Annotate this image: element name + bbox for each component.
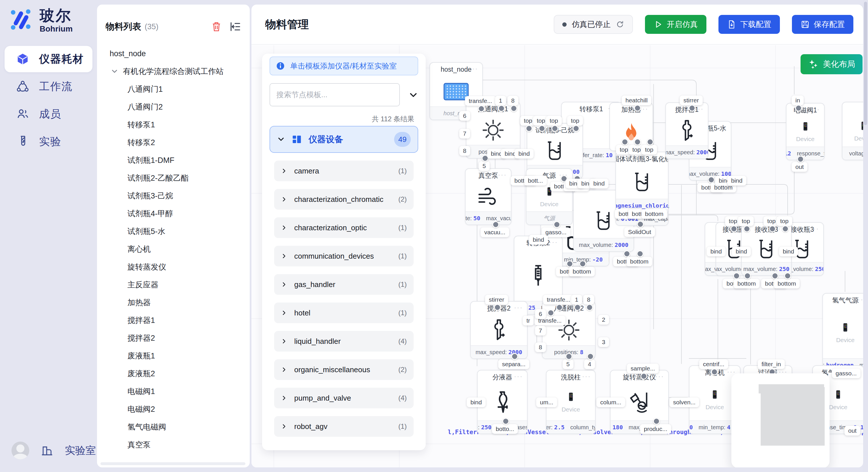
- tree-item[interactable]: 试剂瓶1-DMF: [97, 151, 250, 169]
- sidebar-item-instruments[interactable]: 仪器耗材: [5, 46, 92, 72]
- category-row-robot_agv[interactable]: robot_agv(1): [274, 416, 414, 437]
- canvas-node-搅拌器1[interactable]: 搅拌器1···max_speed: 2000: [665, 102, 708, 159]
- page-scrollbar[interactable]: [863, 0, 868, 472]
- category-row-liquid_handler[interactable]: liquid_handler(4): [274, 331, 414, 351]
- category-row-communication_devices[interactable]: communication_devices(1): [274, 246, 414, 266]
- sidebar-item-members[interactable]: 成员: [5, 101, 92, 127]
- tree-item[interactable]: 八通阀门2: [97, 98, 250, 116]
- chevron-down-icon[interactable]: [408, 90, 418, 100]
- tree-item[interactable]: 氢气电磁阀: [97, 418, 250, 436]
- horizontal-scrollbar[interactable]: [100, 462, 245, 465]
- node-menu-icon[interactable]: ···: [655, 373, 664, 380]
- port-chip: stirrer: [680, 96, 703, 105]
- port-chip: 1: [571, 295, 582, 305]
- tree-item[interactable]: 电磁阀1: [97, 382, 250, 400]
- tree-item[interactable]: 搅拌器2: [97, 329, 250, 347]
- port-chip: 7: [535, 326, 546, 336]
- tree-item[interactable]: 转移泵1: [97, 116, 250, 134]
- node-menu-icon[interactable]: ···: [855, 296, 863, 303]
- node-menu-icon[interactable]: ···: [810, 225, 819, 233]
- node-menu-icon[interactable]: ···: [514, 373, 523, 380]
- tree-item[interactable]: 转移泵2: [97, 134, 250, 151]
- port-chip: 5: [563, 359, 574, 369]
- node-menu-icon[interactable]: ···: [695, 105, 704, 113]
- tree-group-workstation[interactable]: 有机化学流程综合测试工作站: [97, 63, 250, 80]
- tree-item[interactable]: 试剂瓶4-甲醇: [97, 205, 250, 223]
- tree-item[interactable]: 电磁阀2: [97, 400, 250, 418]
- beautify-layout-button[interactable]: 美化布局: [801, 54, 863, 74]
- node-menu-icon[interactable]: ···: [514, 304, 523, 311]
- tree-item[interactable]: 真空泵: [97, 436, 250, 453]
- category-row-organic_miscellaneous[interactable]: organic_miscellaneous(2): [274, 359, 414, 380]
- node-caption: Device: [561, 406, 580, 413]
- avatar[interactable]: [11, 442, 29, 460]
- valve-icon: [481, 118, 505, 142]
- page-title: 物料管理: [265, 17, 309, 32]
- tree-item[interactable]: 旋转蒸发仪: [97, 258, 250, 276]
- sidebar-footer[interactable]: 实验室: [11, 442, 96, 460]
- node-menu-icon[interactable]: ···: [469, 65, 478, 72]
- category-label: hotel: [294, 308, 392, 317]
- canvas-node-真空泵[interactable]: 真空泵···pump_rate: 50max_vacuum: 0.1: [465, 168, 512, 225]
- node-menu-icon[interactable]: ···: [811, 106, 820, 113]
- tree-item[interactable]: 废液瓶2: [97, 365, 250, 382]
- category-row-camera[interactable]: camera(1): [274, 161, 414, 181]
- sidebar-item-workflow[interactable]: 工作流: [5, 73, 92, 100]
- category-row-characterization_optic[interactable]: characterization_optic(1): [274, 217, 414, 238]
- category-row-hotel[interactable]: hotel(1): [274, 303, 414, 323]
- category-count: (1): [398, 252, 407, 260]
- save-config-button[interactable]: 保存配置: [792, 15, 854, 34]
- tree-item[interactable]: 搅拌器1: [97, 311, 250, 329]
- canvas-node-电磁阀1[interactable]: 电磁阀1···Devicevoltage: 12response_time: 0…: [786, 103, 825, 160]
- node-menu-icon[interactable]: ···: [640, 105, 648, 113]
- node-caption: Device: [854, 135, 863, 142]
- beaker-icon: [592, 210, 615, 232]
- materials-title: 物料列表: [105, 21, 141, 33]
- materials-tree: host_node有机化学流程综合测试工作站八通阀门1八通阀门2转移泵1转移泵2…: [97, 45, 250, 453]
- chevron-right-icon: [281, 423, 287, 430]
- template-panel: 单击模板添加仪器/耗材至实验室 共 112 条结果 仪器设备 49 camera…: [262, 54, 426, 450]
- node-menu-icon[interactable]: ···: [582, 373, 591, 380]
- tree-item[interactable]: 试剂瓶5-水: [97, 223, 250, 240]
- tree-item[interactable]: 主反应器: [97, 276, 250, 294]
- simulation-status-badge[interactable]: 仿真已停止: [554, 15, 633, 34]
- category-row-pump_and_valve[interactable]: pump_and_valve(4): [274, 388, 414, 408]
- port-chip: 3: [598, 337, 609, 347]
- node-footer: 气源: [526, 211, 572, 225]
- chevron-right-icon: [281, 310, 287, 316]
- sidebar-item-experiments[interactable]: 实验: [5, 129, 92, 155]
- node-menu-icon[interactable]: ···: [549, 239, 558, 246]
- canvas-node-node[interactable]: ···Devicevoltage: 12: [842, 102, 863, 160]
- node-menu-icon[interactable]: ···: [718, 124, 727, 131]
- collapse-panel-icon[interactable]: [229, 21, 241, 32]
- search-input[interactable]: [270, 83, 400, 106]
- category-group-instruments[interactable]: 仪器设备 49: [270, 126, 418, 153]
- port-chip: bind: [732, 247, 751, 256]
- port-chip: top: [567, 116, 583, 126]
- materials-panel: 物料列表 (35) host_node有机化学流程综合测试工作站八通阀门1八通阀…: [97, 5, 250, 467]
- trash-icon[interactable]: [211, 21, 222, 32]
- category-label: organic_miscellaneous: [294, 365, 392, 374]
- download-config-button[interactable]: 下载配置: [718, 15, 780, 34]
- port-chip: 6: [535, 309, 546, 319]
- refresh-icon[interactable]: [616, 20, 624, 29]
- canvas-node-加热器[interactable]: 加热器···: [609, 102, 653, 151]
- port-chip: transfe...: [543, 295, 574, 305]
- footer-field: pump_rate: 50: [466, 215, 480, 222]
- tree-item[interactable]: 废液瓶1: [97, 347, 250, 365]
- node-menu-icon[interactable]: ···: [655, 155, 664, 162]
- graph-canvas[interactable]: l,FilterProtocol,CleanVesselProtocol,Dis…: [251, 45, 863, 467]
- category-row-gas_handler[interactable]: gas_handler(1): [274, 274, 414, 295]
- start-simulation-button[interactable]: 开启仿真: [645, 15, 706, 34]
- tree-item[interactable]: 离心机: [97, 240, 250, 258]
- canvas-node-氢气气源[interactable]: 氢气气源···Device_type: hydrogenmax_pre: [823, 293, 863, 372]
- tree-item[interactable]: 八通阀门1: [97, 80, 250, 98]
- tree-item[interactable]: 加热器: [97, 294, 250, 311]
- tree-item-host-node[interactable]: host_node: [97, 45, 250, 63]
- node-body: [466, 115, 520, 145]
- template-hint-banner: 单击模板添加仪器/耗材至实验室: [270, 57, 418, 75]
- tree-item[interactable]: 试剂瓶2-乙酸乙酯: [97, 169, 250, 187]
- tree-item[interactable]: 试剂瓶3-己烷: [97, 187, 250, 205]
- category-row-characterization_chromatic[interactable]: characterization_chromatic(2): [274, 189, 414, 210]
- node-menu-icon[interactable]: ···: [498, 171, 507, 179]
